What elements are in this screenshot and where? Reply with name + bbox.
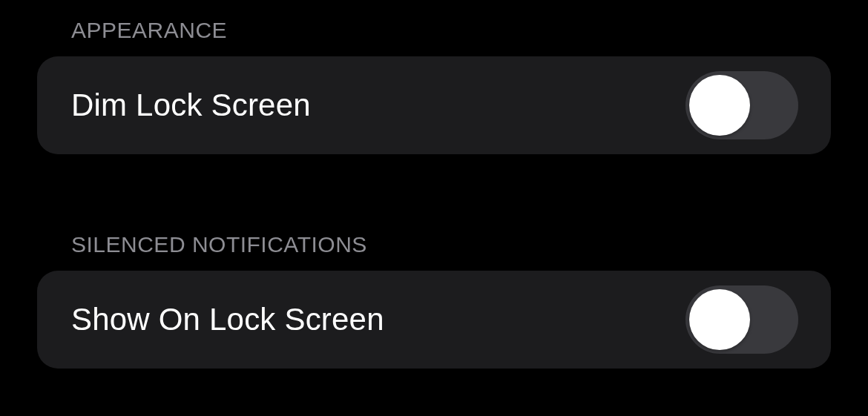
dim-lock-screen-row: Dim Lock Screen — [37, 56, 831, 154]
show-on-lock-screen-row: Show On Lock Screen — [37, 271, 831, 369]
show-on-lock-screen-toggle[interactable] — [685, 285, 798, 354]
silenced-notifications-section-header: SILENCED NOTIFICATIONS — [37, 232, 831, 257]
dim-lock-screen-toggle[interactable] — [685, 71, 798, 139]
appearance-section-header: APPEARANCE — [37, 18, 831, 43]
dim-lock-screen-label: Dim Lock Screen — [71, 88, 311, 123]
toggle-knob — [689, 75, 750, 136]
toggle-knob — [689, 289, 750, 350]
show-on-lock-screen-label: Show On Lock Screen — [71, 302, 384, 337]
